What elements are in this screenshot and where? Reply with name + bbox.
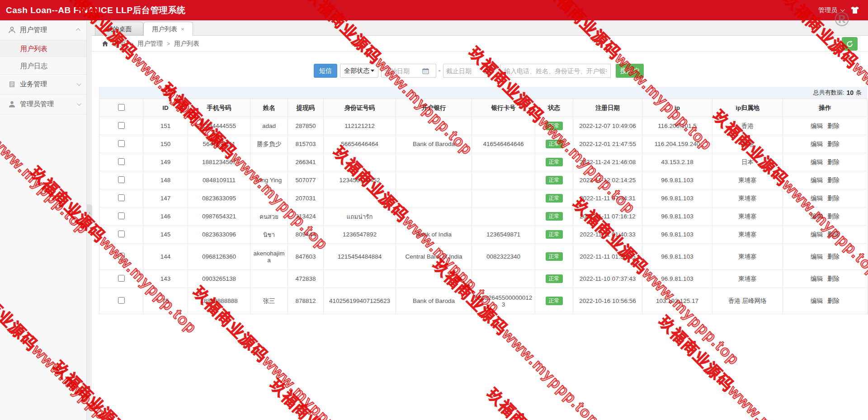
row-checkbox[interactable] [118,122,125,129]
actions-cell: 编辑删除 [783,208,868,226]
status-badge: 正常 [546,252,563,261]
edit-link[interactable]: 编辑 [811,177,823,184]
edit-link[interactable]: 编辑 [811,275,823,282]
delete-link[interactable]: 删除 [827,231,840,238]
edit-link[interactable]: 编辑 [811,159,823,165]
column-header-withdraw-code: 提现码 [288,99,324,117]
name-cell [250,270,288,288]
phone-cell: 1881234567 [188,153,250,171]
sidebar-item-user-management[interactable]: 用户管理 [0,20,86,40]
sidebar-item-user-log[interactable]: 用户日志 [0,57,86,75]
breadcrumb-user-list[interactable]: 用户列表 [174,40,199,48]
status-filter-select[interactable]: 全部状态 [340,64,378,78]
id-cell: 75 [143,288,188,314]
edit-link[interactable]: 编辑 [811,123,823,129]
phone-cell: 5647631111 [188,135,250,153]
sms-button[interactable]: 短信 [314,64,337,78]
delete-link[interactable]: 删除 [827,275,840,282]
edit-link[interactable]: 编辑 [811,297,823,304]
ip-cell: 96.9.81.103 [642,244,712,270]
ip-location-cell: 香港 [712,135,783,153]
id-card-cell: แถมน่ารัก [324,208,396,226]
edit-link[interactable]: 编辑 [811,253,823,260]
close-icon[interactable]: × [181,26,184,33]
delete-link[interactable]: 删除 [827,297,840,304]
ip-location-cell: 柬埔寨 [712,244,783,270]
table-row: 1440968126360akenohajima8476031215454484… [99,244,868,270]
search-user-button[interactable]: 搜用户 [616,64,644,78]
row-checkbox[interactable] [118,231,125,237]
row-checkbox[interactable] [118,176,125,183]
status-badge: 正常 [546,194,563,203]
table-row: 1460987654321คนสวย313424แถมน่ารัก正常2022-… [99,208,868,226]
edit-link[interactable]: 编辑 [811,213,823,220]
withdraw-code-cell: 287850 [288,117,324,135]
card-no-cell: 622226455000000123 [472,288,535,314]
watermark-text: 玖福商业源码www.myppp.top [265,375,441,420]
id-cell: 148 [143,171,188,189]
delete-link[interactable]: 删除 [827,195,840,202]
reg-date-cell: 2022-12-07 10:49:06 [573,117,642,135]
start-date-input[interactable] [384,67,420,75]
sidebar: 用户管理 用户列表 用户日志 业务管理 管理员管理 [0,20,87,420]
row-checkbox[interactable] [118,158,125,165]
reg-date-cell: 2022-11-11 07:34:31 [573,189,642,208]
name-cell: adad [250,117,288,135]
sidebar-item-user-list[interactable]: 用户列表 [0,40,86,57]
select-all-checkbox[interactable] [118,104,125,111]
id-card-cell [324,153,396,171]
breadcrumb-user-management[interactable]: 用户管理 [137,40,163,48]
delete-link[interactable]: 删除 [827,123,840,129]
tab-bar: 我的桌面 用户列表× [92,20,868,36]
checkbox-cell [99,171,143,189]
tab-label: 用户列表 [152,25,177,33]
delete-link[interactable]: 删除 [827,141,840,147]
row-checkbox[interactable] [118,253,125,260]
delete-link[interactable]: 删除 [827,159,840,165]
row-checkbox[interactable] [118,194,125,201]
actions-cell: 编辑删除 [783,189,868,208]
tab-user-list[interactable]: 用户列表× [143,22,193,36]
status-cell: 正常 [535,288,573,314]
user-outline-icon [8,26,16,34]
refresh-button[interactable] [842,37,858,51]
id-cell: 146 [143,208,188,226]
name-cell: Ying Ying [250,171,288,189]
ip-location-cell: 柬埔寨 [712,171,783,189]
ip-cell: 96.9.81.103 [642,270,712,288]
row-checkbox[interactable] [118,212,125,219]
reg-date-cell: 2022-11-12 02:14:25 [573,171,642,189]
row-checkbox[interactable] [118,140,125,147]
sidebar-item-business-management[interactable]: 业务管理 [0,75,86,94]
watermark-text: 玖福商业源码www.myppp.top [654,312,830,420]
ip-location-cell: 柬埔寨 [712,270,783,288]
end-date-field[interactable] [443,64,496,78]
tab-desktop[interactable]: 我的桌面 [95,22,143,36]
row-checkbox[interactable] [118,297,125,304]
delete-link[interactable]: 删除 [827,253,840,260]
sidebar-collapse-handle[interactable]: ‹ [87,204,92,221]
actions-cell: 编辑删除 [783,270,868,288]
name-cell: akenohajima [250,244,288,270]
withdraw-code-cell: 809444 [288,226,324,244]
status-badge: 正常 [546,140,563,148]
reg-date-cell: 2022-11-11 01:40:33 [573,226,642,244]
edit-link[interactable]: 编辑 [811,141,823,147]
breadcrumb-home[interactable]: 首页 [113,40,126,48]
edit-link[interactable]: 编辑 [811,195,823,202]
delete-link[interactable]: 删除 [827,213,840,220]
start-date-field[interactable] [381,64,436,78]
actions-cell: 编辑删除 [783,244,868,270]
ip-location-cell: 香港 层峰网络 [712,288,783,314]
delete-link[interactable]: 删除 [827,177,840,184]
theme-shirt-icon[interactable] [850,5,860,15]
edit-link[interactable]: 编辑 [811,231,823,238]
status-cell: 正常 [535,226,573,244]
row-checkbox[interactable] [118,275,125,282]
ip-location-cell: 柬埔寨 [712,189,783,208]
sidebar-item-admin-management[interactable]: 管理员管理 [0,94,86,114]
ip-cell: 116.204.159.240 [642,135,712,153]
name-cell: 勝多負少 [250,135,288,153]
end-date-input[interactable] [446,67,482,75]
search-input[interactable] [500,64,611,78]
